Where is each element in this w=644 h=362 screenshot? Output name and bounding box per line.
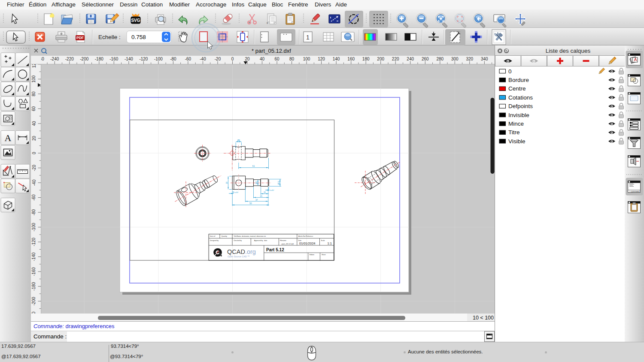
svg-text:Liste des calques: Liste des calques bbox=[546, 48, 591, 54]
svg-text:1: 1 bbox=[306, 34, 310, 41]
svg-text:160: 160 bbox=[347, 57, 355, 61]
svg-text:80: 80 bbox=[32, 91, 36, 97]
svg-text:QCAD.org: QCAD.org bbox=[227, 248, 256, 255]
svg-text:PDF: PDF bbox=[76, 36, 84, 40]
svg-text:Mince: Mince bbox=[508, 120, 524, 127]
svg-text:Designed by: Designed by bbox=[210, 240, 219, 241]
svg-text:80: 80 bbox=[289, 57, 295, 61]
svg-text:Checked by: Checked by bbox=[234, 240, 242, 241]
svg-text:-140: -140 bbox=[125, 57, 133, 61]
svg-text:Title/Name, destination, mater: Title/Name, destination, material, dimen… bbox=[234, 235, 266, 237]
svg-text:40: 40 bbox=[260, 57, 265, 61]
svg-text:60: 60 bbox=[32, 106, 36, 111]
svg-text:-100: -100 bbox=[32, 223, 36, 231]
svg-text:0: 0 bbox=[508, 68, 512, 74]
svg-text:240: 240 bbox=[407, 57, 414, 61]
svg-text:-80: -80 bbox=[32, 209, 36, 215]
svg-text:-200: -200 bbox=[80, 57, 88, 61]
svg-text:Titre: Titre bbox=[508, 129, 520, 136]
svg-text:SVG: SVG bbox=[131, 18, 140, 23]
svg-text:40: 40 bbox=[32, 121, 36, 126]
svg-text:-140: -140 bbox=[32, 252, 36, 261]
svg-text:1:1: 1:1 bbox=[328, 241, 332, 245]
svg-text:* part_05.12.dxf: * part_05.12.dxf bbox=[252, 48, 291, 54]
svg-text:-160: -160 bbox=[32, 267, 36, 276]
svg-text:20: 20 bbox=[245, 57, 250, 61]
svg-text:Centre: Centre bbox=[508, 85, 526, 92]
svg-text:Date: Date bbox=[298, 240, 302, 241]
svg-text:Article No./Reference: Article No./Reference bbox=[298, 235, 313, 237]
svg-text:Item ref: Item ref bbox=[210, 235, 215, 237]
svg-text:-240: -240 bbox=[50, 57, 59, 61]
svg-text:260: 260 bbox=[422, 57, 429, 61]
svg-text:120: 120 bbox=[32, 64, 36, 68]
svg-text:Visible: Visible bbox=[508, 138, 526, 144]
svg-text:part_05.12.dxf: part_05.12.dxf bbox=[282, 243, 294, 245]
svg-text:37: 37 bbox=[255, 199, 258, 201]
svg-text:> command: > command bbox=[629, 190, 640, 193]
svg-text:-260: -260 bbox=[41, 57, 44, 61]
svg-text:Defpoints: Defpoints bbox=[508, 103, 533, 109]
svg-text:180: 180 bbox=[362, 57, 370, 61]
svg-text:Part 5.12: Part 5.12 bbox=[266, 247, 284, 252]
svg-text:10: 10 bbox=[225, 181, 228, 184]
svg-text:21: 21 bbox=[260, 195, 263, 197]
svg-text:280: 280 bbox=[436, 57, 444, 61]
svg-text:-100: -100 bbox=[154, 57, 163, 61]
svg-text:140: 140 bbox=[333, 57, 340, 61]
svg-text:0: 0 bbox=[32, 152, 36, 154]
svg-text:1x45°: 1x45° bbox=[234, 191, 239, 193]
svg-text:220: 220 bbox=[392, 57, 399, 61]
svg-text:200: 200 bbox=[377, 57, 384, 61]
svg-text:60: 60 bbox=[275, 57, 280, 61]
svg-text:Invisible: Invisible bbox=[508, 112, 529, 118]
svg-text:320: 320 bbox=[466, 57, 473, 61]
svg-text:-180: -180 bbox=[95, 57, 103, 61]
svg-text:+: + bbox=[266, 21, 268, 25]
svg-text:100: 100 bbox=[32, 75, 36, 83]
svg-text:-120: -120 bbox=[32, 238, 36, 246]
svg-text:50: 50 bbox=[249, 202, 252, 205]
svg-text:300: 300 bbox=[451, 57, 459, 61]
svg-text:340: 340 bbox=[481, 57, 488, 61]
svg-text:11: 11 bbox=[264, 191, 266, 193]
svg-text:Quantity: Quantity bbox=[222, 235, 228, 237]
svg-text:0: 0 bbox=[231, 57, 234, 61]
svg-text:Sheet: Sheet bbox=[322, 254, 325, 256]
svg-text:-60: -60 bbox=[185, 57, 191, 61]
svg-text:-220: -220 bbox=[65, 57, 74, 61]
svg-text:-60: -60 bbox=[32, 194, 36, 201]
svg-text:-80: -80 bbox=[170, 57, 176, 61]
svg-text:Cotations: Cotations bbox=[508, 94, 533, 100]
svg-text:-20: -20 bbox=[32, 165, 36, 171]
svg-text:01/01/2024: 01/01/2024 bbox=[299, 241, 316, 245]
svg-text:Scale: Scale bbox=[321, 240, 325, 241]
svg-text:-20: -20 bbox=[215, 57, 221, 61]
svg-text:Echelle :: Echelle : bbox=[98, 34, 121, 40]
svg-text:Ø10: Ø10 bbox=[278, 181, 280, 184]
svg-text:-200: -200 bbox=[32, 297, 36, 305]
svg-text:Edition: Edition bbox=[310, 254, 314, 256]
svg-text:10 < 100: 10 < 100 bbox=[473, 315, 494, 321]
svg-text:120: 120 bbox=[318, 57, 325, 61]
svg-text:Filename: Filename bbox=[280, 240, 286, 241]
svg-text:100: 100 bbox=[303, 57, 310, 61]
svg-text:20: 20 bbox=[32, 136, 36, 141]
svg-text:61: 61 bbox=[252, 165, 255, 167]
svg-text:Ø8: Ø8 bbox=[255, 181, 258, 184]
svg-text:-160: -160 bbox=[109, 57, 118, 61]
svg-text:-40: -40 bbox=[32, 179, 36, 186]
svg-text:0.758: 0.758 bbox=[131, 34, 146, 40]
svg-text:Ø8: Ø8 bbox=[237, 139, 240, 142]
svg-text:Open Source CAD ™: Open Source CAD ™ bbox=[228, 255, 250, 258]
svg-text:1x45°: 1x45° bbox=[270, 189, 275, 191]
svg-text:-180: -180 bbox=[32, 282, 36, 290]
svg-text:Approved by - date: Approved by - date bbox=[254, 240, 267, 241]
svg-text:A: A bbox=[5, 133, 12, 143]
svg-text:-120: -120 bbox=[139, 57, 148, 61]
svg-text:-40: -40 bbox=[200, 57, 206, 61]
svg-text:Bordure: Bordure bbox=[508, 76, 529, 83]
